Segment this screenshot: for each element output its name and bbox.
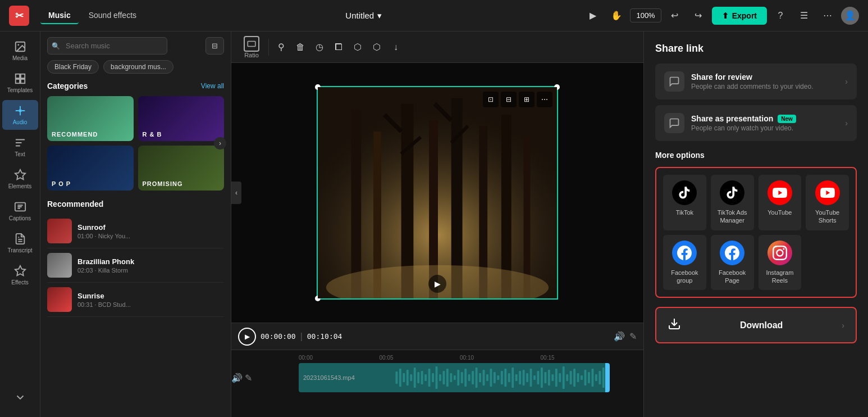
sidebar-item-elements[interactable]: Elements bbox=[2, 164, 38, 194]
svg-rect-41 bbox=[439, 374, 441, 381]
svg-rect-49 bbox=[468, 374, 470, 381]
tab-sound-effects[interactable]: Sound effects bbox=[81, 7, 144, 24]
svg-rect-36 bbox=[421, 371, 423, 384]
fit-button[interactable]: ⊡ bbox=[483, 92, 499, 107]
tag-black-friday[interactable]: Black Friday bbox=[47, 60, 99, 74]
share-review-icon bbox=[664, 71, 684, 92]
share-review-text: Share for review People can add comments… bbox=[691, 72, 838, 90]
svg-marker-7 bbox=[15, 170, 25, 179]
share-presentation-text: Share as presentation New People can onl… bbox=[691, 114, 838, 132]
waveform bbox=[392, 363, 610, 392]
share-as-presentation-option[interactable]: Share as presentation New People can onl… bbox=[655, 105, 857, 141]
undo-button[interactable]: ↩ bbox=[665, 6, 685, 26]
project-name[interactable]: Untitled ▾ bbox=[345, 11, 382, 21]
center-play-button[interactable]: ▶ bbox=[428, 275, 446, 293]
video-track[interactable]: 20231061543.mp4 bbox=[299, 363, 610, 392]
sidebar-item-effects[interactable]: Effects bbox=[2, 260, 38, 290]
timer-button[interactable]: ◷ bbox=[310, 38, 328, 56]
category-pop[interactable]: P O P bbox=[47, 146, 134, 191]
more-options-title: More options bbox=[655, 150, 857, 160]
transform-button[interactable]: ⬡ bbox=[368, 38, 386, 56]
track-thumb bbox=[47, 219, 72, 243]
more-video-options[interactable]: ⋯ bbox=[537, 92, 552, 107]
ratio-button[interactable]: Ratio bbox=[238, 34, 265, 61]
platform-instagram-reels[interactable]: InstagramReels bbox=[759, 235, 802, 291]
sidebar-item-audio[interactable]: Audio bbox=[2, 100, 38, 130]
timeline-track: 🔊 ✎ 20231061543.mp4 bbox=[231, 363, 643, 392]
tag-background[interactable]: background mus... bbox=[103, 60, 173, 74]
platform-tiktok-ads[interactable]: TikTok AdsManager bbox=[711, 175, 754, 230]
fill-button[interactable]: ⊟ bbox=[501, 92, 517, 107]
svg-rect-69 bbox=[541, 368, 543, 388]
volume-button[interactable]: 🔊 bbox=[614, 331, 625, 342]
download-button[interactable]: Download › bbox=[655, 307, 857, 343]
forest-svg bbox=[318, 87, 557, 298]
svg-rect-29 bbox=[396, 371, 398, 384]
sidebar-item-transcript[interactable]: Transcript bbox=[2, 228, 38, 258]
platform-youtube-shorts[interactable]: YouTubeShorts bbox=[806, 175, 849, 230]
svg-rect-80 bbox=[581, 375, 583, 380]
platform-facebook-group[interactable]: Facebookgroup bbox=[663, 235, 706, 291]
sidebar-expand-button[interactable] bbox=[2, 387, 38, 413]
redo-button[interactable]: ↪ bbox=[688, 6, 709, 26]
stash-button[interactable]: ☰ bbox=[794, 6, 814, 26]
svg-rect-47 bbox=[461, 372, 463, 383]
view-all-button[interactable]: View all bbox=[201, 82, 224, 90]
play-pause-button[interactable]: ▶ bbox=[238, 328, 256, 346]
tab-music[interactable]: Music bbox=[40, 7, 79, 24]
svg-rect-46 bbox=[458, 370, 460, 386]
trim-end-handle[interactable] bbox=[605, 363, 610, 392]
svg-rect-51 bbox=[476, 368, 478, 388]
svg-rect-48 bbox=[464, 369, 467, 387]
share-presentation-icon bbox=[664, 113, 684, 133]
svg-rect-70 bbox=[545, 372, 547, 383]
download-clip-button[interactable]: ↓ bbox=[387, 38, 405, 56]
tiktok-ads-icon bbox=[720, 180, 744, 205]
filter-button[interactable]: ⊟ bbox=[205, 37, 224, 55]
category-rb[interactable]: R & B bbox=[138, 96, 225, 141]
platform-tiktok[interactable]: TikTok bbox=[663, 175, 706, 230]
pan-tool-button[interactable]: ✋ bbox=[606, 6, 627, 26]
track-sunrise[interactable]: Sunrise 00:31 · BCD Stud... bbox=[47, 283, 224, 317]
sidebar-item-templates[interactable]: Templates bbox=[2, 68, 38, 98]
sidebar-item-media[interactable]: Media bbox=[2, 36, 38, 66]
center-area: Ratio ⚲ 🗑 ◷ ⧠ ⬡ ⬡ ↓ ‹ bbox=[231, 31, 643, 417]
categories-next-arrow[interactable]: › bbox=[214, 137, 226, 149]
facebook-group-icon bbox=[672, 241, 697, 265]
edit-track-button[interactable]: ✎ bbox=[245, 373, 252, 383]
yt-shorts-icon bbox=[815, 180, 840, 205]
collapse-left-button[interactable]: ‹ bbox=[231, 182, 241, 204]
scale-button[interactable]: ⊞ bbox=[519, 92, 534, 107]
platform-facebook-page[interactable]: FacebookPage bbox=[711, 235, 754, 291]
track-sunroof[interactable]: Sunroof 01:00 · Nicky You... bbox=[47, 214, 224, 248]
sidebar-item-captions[interactable]: Captions bbox=[2, 196, 38, 226]
svg-rect-84 bbox=[595, 374, 597, 381]
search-input[interactable] bbox=[47, 37, 167, 55]
split-button[interactable]: ⚲ bbox=[272, 38, 290, 56]
svg-rect-5 bbox=[20, 79, 24, 83]
svg-rect-56 bbox=[494, 372, 496, 383]
category-recommend[interactable]: RECOMMEND bbox=[47, 96, 134, 141]
track-brazillian[interactable]: Brazillian Phonk 02:03 · Killa Storm bbox=[47, 248, 224, 283]
edit-button[interactable]: ✎ bbox=[629, 331, 637, 342]
zoom-level[interactable]: 100% bbox=[630, 8, 661, 22]
panel-content: ⊟ Black Friday background mus... Categor… bbox=[40, 31, 231, 417]
more-button[interactable]: ⋯ bbox=[817, 6, 838, 26]
crop-button[interactable]: ⧠ bbox=[330, 38, 348, 56]
category-promising[interactable]: PROMISING bbox=[138, 146, 225, 191]
export-button[interactable]: ⬆ Export bbox=[712, 7, 767, 25]
track-thumb bbox=[47, 253, 72, 278]
flip-button[interactable]: ⬡ bbox=[349, 38, 367, 56]
svg-rect-78 bbox=[573, 369, 575, 387]
svg-rect-63 bbox=[519, 371, 521, 384]
volume-track-button[interactable]: 🔊 bbox=[231, 373, 243, 383]
select-tool-button[interactable]: ▶ bbox=[583, 6, 603, 26]
share-for-review-option[interactable]: Share for review People can add comments… bbox=[655, 64, 857, 99]
platform-youtube[interactable]: YouTube bbox=[759, 175, 802, 230]
user-avatar[interactable]: 👤 bbox=[841, 7, 859, 25]
search-wrap bbox=[47, 37, 201, 55]
help-button[interactable]: ? bbox=[770, 6, 791, 26]
svg-rect-83 bbox=[592, 369, 594, 387]
delete-button[interactable]: 🗑 bbox=[291, 38, 309, 56]
sidebar-item-text[interactable]: Text bbox=[2, 132, 38, 162]
